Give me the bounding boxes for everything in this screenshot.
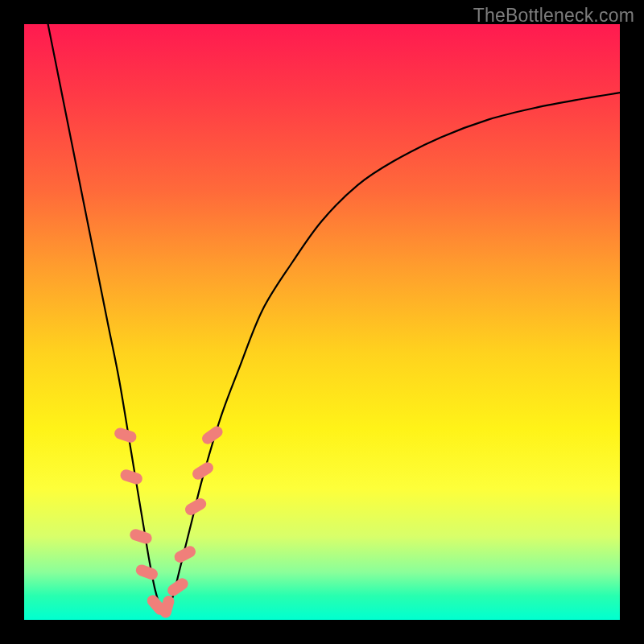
bottleneck-curve bbox=[48, 24, 620, 610]
curve-marker bbox=[129, 527, 154, 545]
chart-svg bbox=[24, 24, 620, 620]
curve-marker bbox=[113, 427, 138, 444]
watermark-text: TheBottleneck.com bbox=[473, 5, 634, 27]
curve-marker bbox=[119, 468, 144, 485]
curve-marker bbox=[134, 563, 159, 581]
marker-group bbox=[113, 424, 225, 619]
curve-marker bbox=[183, 496, 208, 517]
